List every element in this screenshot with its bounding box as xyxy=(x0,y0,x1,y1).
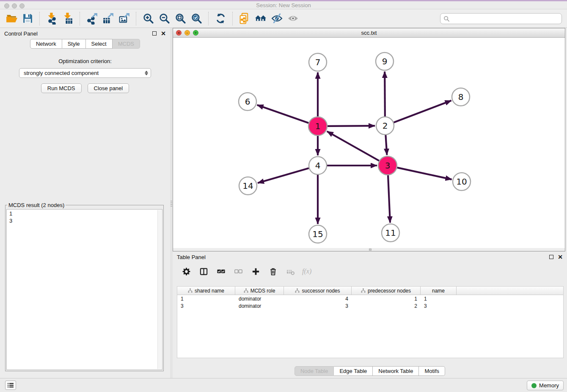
tab-style[interactable]: Style xyxy=(62,39,86,49)
first-neighbors-button[interactable] xyxy=(253,11,269,27)
table-tab-network-table[interactable]: Network Table xyxy=(373,366,419,376)
refresh-layout-button[interactable] xyxy=(212,11,228,27)
cell-successor-nodes: 4 xyxy=(284,296,352,302)
table-float-panel-icon[interactable] xyxy=(549,255,553,259)
column-header-shared-name[interactable]: shared name xyxy=(177,287,235,295)
table-row[interactable]: 3dominator323 xyxy=(177,302,563,309)
toolbar-separator xyxy=(136,12,136,25)
horizontal-splitter[interactable] xyxy=(173,248,565,251)
import-network-button[interactable] xyxy=(44,11,60,27)
close-panel-icon[interactable]: ✕ xyxy=(161,31,166,36)
network-zoom-button[interactable]: + xyxy=(193,30,198,36)
edge-3-10[interactable] xyxy=(397,168,451,179)
delete-button[interactable] xyxy=(268,267,278,276)
node-2[interactable]: 2 xyxy=(376,117,394,135)
right-area: ✕ − + scc.txt 7968124314101511 Table Pan… xyxy=(173,28,567,378)
svg-text:9: 9 xyxy=(382,56,388,66)
node-1[interactable]: 1 xyxy=(308,117,327,135)
column-header-successor-nodes[interactable]: successor nodes xyxy=(284,287,352,295)
column-header-MCDS-role[interactable]: MCDS role xyxy=(235,287,284,295)
column-header-filler xyxy=(457,287,563,295)
edge-1-2[interactable] xyxy=(328,126,375,126)
zoom-window-button[interactable] xyxy=(19,3,25,8)
edge-3-1[interactable] xyxy=(327,131,379,160)
search-box[interactable] xyxy=(440,13,562,24)
show-columns-button[interactable] xyxy=(198,267,209,276)
edge-2-8[interactable] xyxy=(394,101,451,123)
node-14[interactable]: 14 xyxy=(239,177,257,195)
criterion-select[interactable]: strongly connected component xyxy=(19,68,151,78)
run-mcds-button[interactable]: Run MCDS xyxy=(41,83,82,93)
export-network-button[interactable] xyxy=(84,11,100,27)
memory-label: Memory xyxy=(539,382,559,389)
mcds-result-box[interactable]: 1 3 xyxy=(6,209,162,370)
app-window-controls[interactable] xyxy=(4,3,25,8)
network-graph[interactable]: 7968124314101511 xyxy=(173,38,565,248)
table-tab-edge-table[interactable]: Edge Table xyxy=(334,366,373,376)
add-button[interactable] xyxy=(250,267,261,276)
node-4[interactable]: 4 xyxy=(309,157,327,174)
column-header-name[interactable]: name xyxy=(421,287,457,295)
zoom-in-button[interactable] xyxy=(140,11,156,27)
node-9[interactable]: 9 xyxy=(376,52,394,70)
node-11[interactable]: 11 xyxy=(382,224,399,242)
network-window-titlebar[interactable]: ✕ − + scc.txt xyxy=(173,28,565,38)
memory-button[interactable]: Memory xyxy=(527,381,564,390)
node-table[interactable]: shared nameMCDS rolesuccessor nodesprede… xyxy=(177,286,564,358)
network-canvas[interactable]: 7968124314101511 xyxy=(173,38,565,248)
list-icon xyxy=(7,382,14,388)
control-panel-tabs: NetworkStyleSelectMCDS xyxy=(0,39,170,49)
node-15[interactable]: 15 xyxy=(309,225,327,243)
mcds-result-scrollbar[interactable] xyxy=(157,210,162,369)
export-image-button[interactable] xyxy=(116,11,132,27)
zoom-fit-button[interactable] xyxy=(172,11,188,27)
node-8[interactable]: 8 xyxy=(452,88,470,106)
select-stepper-icon xyxy=(145,71,148,75)
table-row[interactable]: 1dominator411 xyxy=(177,295,563,302)
save-session-button[interactable] xyxy=(19,11,36,27)
table-toolbar: f(x) xyxy=(173,262,567,279)
node-6[interactable]: 6 xyxy=(239,93,256,110)
close-window-button[interactable] xyxy=(4,3,9,8)
tab-select[interactable]: Select xyxy=(86,39,113,49)
open-session-button[interactable] xyxy=(3,11,19,27)
table-tab-motifs[interactable]: Motifs xyxy=(419,366,445,376)
edge-1-6[interactable] xyxy=(257,105,309,123)
node-7[interactable]: 7 xyxy=(309,53,327,71)
select-all-button[interactable] xyxy=(216,267,226,276)
edge-2-9[interactable] xyxy=(385,72,385,116)
network-close-button[interactable]: ✕ xyxy=(176,30,182,36)
settings-button[interactable] xyxy=(181,267,191,276)
close-panel-button[interactable]: Close panel xyxy=(88,83,129,93)
hide-selected-button[interactable] xyxy=(269,11,285,27)
edge-4-14[interactable] xyxy=(258,168,309,183)
cell-MCDS-role: dominator xyxy=(235,303,284,309)
delete-table-button xyxy=(285,267,295,276)
table-tabs: Node TableEdge TableNetwork TableMotifs xyxy=(173,366,567,376)
node-3[interactable]: 3 xyxy=(378,156,397,175)
zoom-selected-button[interactable] xyxy=(188,11,204,27)
network-minimize-button[interactable]: − xyxy=(184,30,190,36)
tab-network[interactable]: Network xyxy=(30,39,62,49)
zoom-in-icon xyxy=(142,12,154,25)
copy-style-button[interactable] xyxy=(237,11,253,27)
import-table-button[interactable] xyxy=(60,11,76,27)
column-header-predecessor-nodes[interactable]: predecessor nodes xyxy=(352,287,421,295)
edge-3-11[interactable] xyxy=(388,175,390,223)
minimize-window-button[interactable] xyxy=(12,3,17,8)
table-tab-node-table[interactable]: Node Table xyxy=(295,366,334,376)
svg-text:f(x): f(x) xyxy=(302,268,311,275)
tab-mcds[interactable]: MCDS xyxy=(113,39,140,49)
export-table-button[interactable] xyxy=(100,11,116,27)
search-input[interactable] xyxy=(450,14,561,23)
float-panel-icon[interactable] xyxy=(152,31,157,36)
deselect-all-button[interactable] xyxy=(233,267,243,276)
splitter-handle-icon xyxy=(369,248,372,251)
table-close-panel-icon[interactable]: ✕ xyxy=(558,255,563,259)
task-history-button[interactable] xyxy=(5,381,16,390)
node-10[interactable]: 10 xyxy=(453,173,471,190)
edge-2-3[interactable] xyxy=(385,135,387,155)
zoom-out-button[interactable] xyxy=(156,11,172,27)
delete-table-icon xyxy=(286,267,295,276)
function-builder-icon: f(x) xyxy=(301,267,314,276)
